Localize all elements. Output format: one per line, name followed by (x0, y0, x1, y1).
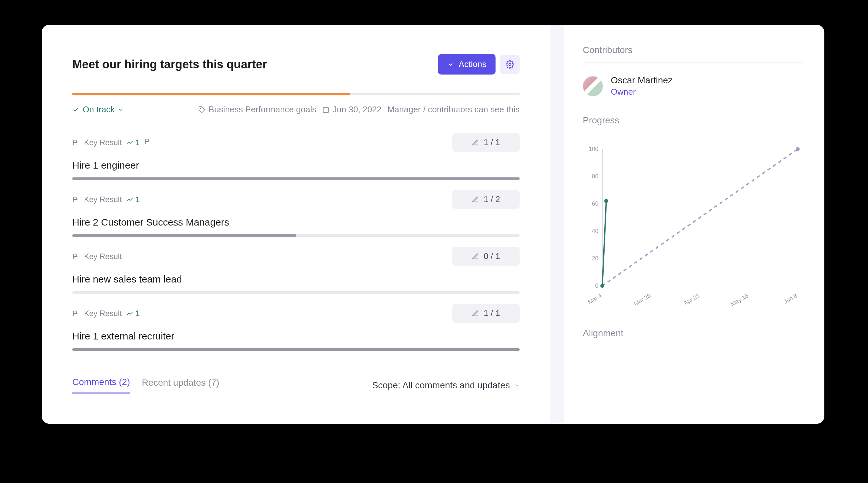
pencil-icon (472, 196, 479, 203)
meta-row: On track Business Performance goals Jun … (72, 104, 520, 115)
kr-tags: Key Result (72, 252, 122, 261)
status-label: On track (83, 104, 115, 115)
kr-progress-text: 1 / 1 (484, 308, 500, 318)
chart-y-tick: 0 (595, 283, 598, 289)
actions-button[interactable]: Actions (438, 54, 496, 74)
flag-icon (72, 196, 80, 203)
kr-label: Key Result (84, 252, 122, 261)
key-result: Key Result 1 1 / 1 Hire 1 engineer (72, 133, 520, 190)
kr-chart-count: 1 (126, 138, 140, 147)
tabs-row: Comments (2) Recent updates (7) Scope: A… (72, 377, 520, 393)
key-result: Key Result 1 1 / 1 Hire 1 external recru… (72, 304, 520, 361)
kr-progress-button[interactable]: 1 / 2 (452, 190, 520, 209)
chart-x-tick: Jun 8 (783, 292, 798, 305)
kr-chart-count-value: 1 (135, 309, 140, 318)
goal-tag-label: Business Performance goals (209, 104, 316, 115)
kr-progress-bar (72, 234, 520, 237)
kr-progress-bar (72, 348, 520, 351)
header-actions: Actions (438, 54, 520, 74)
pencil-icon (472, 310, 479, 317)
overall-progress-bar (72, 93, 520, 95)
flag-icon (72, 310, 80, 317)
kr-title: Hire 1 external recruiter (72, 331, 520, 342)
flag-icon (144, 138, 151, 145)
chart-y-tick: 100 (589, 146, 598, 152)
alignment-section: Alignment (583, 328, 804, 346)
flag-icon (72, 253, 80, 260)
key-result: Key Result 0 / 1 Hire new sales team lea… (72, 247, 520, 304)
kr-chart-count: 1 (126, 309, 140, 318)
chart-point (796, 147, 800, 151)
chevron-down-icon (514, 382, 520, 388)
scope-label: Scope: All comments and updates (372, 380, 510, 391)
contributors-heading: Contributors (583, 45, 804, 63)
chart-x-tick: Mar 4 (587, 292, 603, 305)
scope-selector[interactable]: Scope: All comments and updates (372, 380, 520, 391)
chart-y-tick: 40 (592, 228, 598, 234)
kr-label: Key Result (84, 309, 122, 318)
kr-chart-count: 1 (126, 195, 140, 204)
chart-icon (126, 139, 133, 146)
svg-point-0 (509, 63, 511, 65)
alignment-heading: Alignment (583, 328, 804, 346)
contributor-role: Owner (611, 87, 673, 97)
settings-button[interactable] (500, 55, 520, 74)
tab-updates[interactable]: Recent updates (7) (142, 378, 219, 393)
due-date[interactable]: Jun 30, 2022 (322, 104, 381, 115)
progress-heading: Progress (583, 115, 804, 133)
side-card: Contributors Oscar Martinez Owner Progre… (564, 25, 825, 424)
chart-y-tick: 20 (592, 255, 598, 262)
visibility-label: Manager / contributors can see this (388, 104, 520, 115)
goal-tag[interactable]: Business Performance goals (198, 104, 316, 115)
kr-tags: Key Result 1 (72, 309, 140, 318)
check-icon (72, 106, 80, 113)
kr-label: Key Result (84, 138, 122, 147)
kr-chart-count-value: 1 (135, 195, 140, 204)
kr-label: Key Result (84, 195, 122, 204)
kr-progress-button[interactable]: 1 / 1 (452, 133, 520, 152)
header-row: Meet our hiring targets this quarter Act… (72, 54, 520, 74)
progress-chart: 020406080100Mar 4Mar 28Apr 21May 15Jun 8 (583, 146, 804, 310)
contributor-row[interactable]: Oscar Martinez Owner (583, 75, 804, 97)
due-date-label: Jun 30, 2022 (333, 104, 381, 115)
main-card: Meet our hiring targets this quarter Act… (42, 25, 550, 424)
key-result: Key Result 1 1 / 2 Hire 2 Customer Succe… (72, 190, 520, 247)
kr-progress-button[interactable]: 1 / 1 (452, 304, 520, 323)
kr-progress-text: 1 / 1 (484, 137, 500, 148)
kr-tags: Key Result 1 (72, 138, 151, 147)
tab-comments[interactable]: Comments (2) (72, 377, 130, 393)
status-selector[interactable]: On track (72, 104, 123, 115)
calendar-icon (322, 106, 330, 113)
kr-tags: Key Result 1 (72, 195, 140, 204)
app-stage: Meet our hiring targets this quarter Act… (42, 25, 825, 424)
pencil-icon (472, 139, 479, 146)
kr-progress-button[interactable]: 0 / 1 (452, 247, 520, 266)
visibility[interactable]: Manager / contributors can see this (388, 104, 520, 115)
kr-extra-flag (144, 138, 151, 147)
chart-x-tick: Apr 21 (682, 292, 701, 307)
chart-series (602, 201, 606, 286)
chart-icon (126, 196, 133, 203)
chart-y-tick: 80 (592, 173, 598, 180)
kr-progress-text: 0 / 1 (484, 251, 500, 261)
avatar (583, 76, 603, 96)
key-result-list: Key Result 1 1 / 1 Hire 1 engineer Key R… (72, 133, 520, 361)
kr-title: Hire 2 Customer Success Managers (72, 217, 520, 228)
actions-button-label: Actions (459, 59, 487, 69)
chevron-down-icon (118, 107, 123, 112)
svg-rect-2 (323, 107, 329, 112)
chart-point (600, 284, 604, 288)
svg-point-1 (200, 108, 200, 108)
chart-point (604, 199, 608, 203)
flag-icon (72, 139, 80, 146)
kr-title: Hire 1 engineer (72, 160, 520, 171)
chevron-down-icon (447, 61, 454, 68)
chart-x-tick: May 15 (730, 292, 749, 308)
gear-icon (506, 60, 514, 69)
kr-progress-bar (72, 178, 520, 180)
chart-series (602, 149, 798, 286)
kr-progress-text: 1 / 2 (484, 194, 500, 204)
kr-progress-bar (72, 291, 520, 294)
contributor-name: Oscar Martinez (611, 75, 673, 86)
chart-icon (126, 310, 133, 317)
